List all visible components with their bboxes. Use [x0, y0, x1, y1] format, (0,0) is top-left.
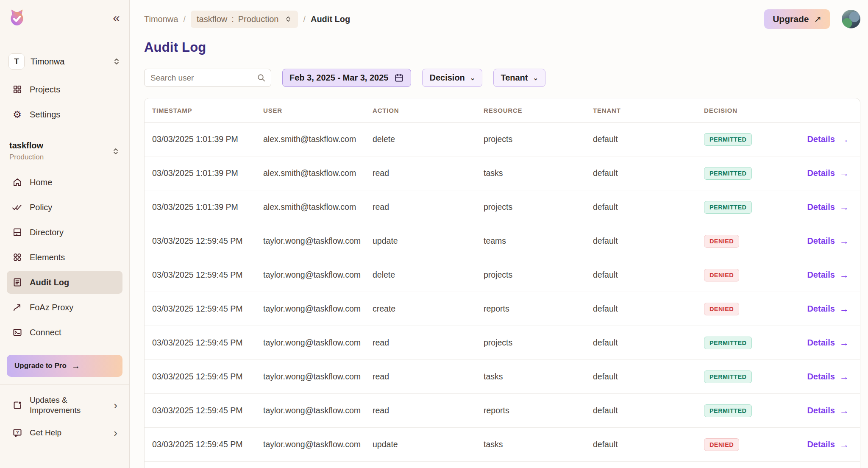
- audit-log-table: TIMESTAMP USER ACTION RESOURCE TENANT DE…: [144, 98, 860, 468]
- details-link[interactable]: Details→: [807, 236, 849, 247]
- sidebar-item-projects[interactable]: Projects: [7, 78, 122, 101]
- sidebar-divider: [0, 132, 129, 132]
- details-link[interactable]: Details→: [807, 134, 849, 145]
- details-link[interactable]: Details→: [807, 405, 849, 416]
- cell-resource: teams: [484, 236, 593, 246]
- cell-tenant: default: [593, 372, 704, 382]
- arrow-right-icon: →: [840, 134, 849, 145]
- breadcrumb-current: Audit Log: [311, 14, 350, 24]
- curved-arrow-icon: [12, 302, 22, 312]
- sidebar-item-connect[interactable]: Connect: [7, 321, 122, 344]
- decision-filter-button[interactable]: Decision ⌄: [422, 69, 482, 87]
- brand-row: «: [7, 6, 122, 30]
- cell-user: alex.smith@taskflow.com: [263, 134, 373, 144]
- sidebar-divider: [0, 384, 129, 385]
- decision-badge: PERMITTED: [704, 337, 752, 349]
- sidebar-item-directory[interactable]: Directory: [7, 221, 122, 244]
- sidebar-item-label: Home: [30, 178, 52, 187]
- breadcrumb-project-pill[interactable]: taskflow : Production: [191, 11, 298, 28]
- cell-resource: tasks: [484, 440, 593, 449]
- chevron-down-icon: ⌄: [470, 74, 476, 82]
- project-name: taskflow: [9, 141, 44, 150]
- breadcrumb-separator: /: [183, 14, 186, 24]
- cell-timestamp: 03/03/2025 1:01:39 PM: [152, 134, 263, 144]
- search-input[interactable]: [144, 69, 271, 87]
- cell-resource: projects: [484, 270, 593, 280]
- cell-user: taylor.wong@taskflow.com: [263, 372, 373, 382]
- cell-user: taylor.wong@taskflow.com: [263, 440, 373, 449]
- svg-text:?: ?: [16, 429, 19, 435]
- details-link[interactable]: Details→: [807, 337, 849, 348]
- sidebar-item-home[interactable]: Home: [7, 171, 122, 194]
- details-link[interactable]: Details→: [807, 202, 849, 213]
- decision-badge: PERMITTED: [704, 370, 752, 383]
- table-row-partial: [145, 462, 860, 468]
- sidebar-item-policy[interactable]: Policy: [7, 196, 122, 219]
- cell-user: taylor.wong@taskflow.com: [263, 338, 373, 348]
- sidebar-item-foaz-proxy[interactable]: FoAz Proxy: [7, 296, 122, 319]
- sidebar-item-settings[interactable]: ⚙ Settings: [7, 103, 122, 126]
- upgrade-button[interactable]: Upgrade ↗: [764, 9, 830, 29]
- cell-action: read: [373, 338, 484, 348]
- collapse-sidebar-icon[interactable]: «: [109, 10, 122, 26]
- filters-bar: Feb 3, 2025 - Mar 3, 2025 Decision ⌄ Ten…: [144, 69, 860, 87]
- calendar-icon: [394, 73, 404, 83]
- breadcrumb: Timonwa / taskflow : Production / Audit …: [144, 11, 350, 28]
- arrow-right-icon: →: [840, 304, 849, 315]
- cell-timestamp: 03/03/2025 12:59:45 PM: [152, 338, 263, 348]
- breadcrumb-workspace[interactable]: Timonwa: [144, 14, 178, 24]
- sidebar: « T Timonwa Projects ⚙ Settings taskflow…: [0, 0, 130, 468]
- upgrade-to-pro-label: Upgrade to Pro: [14, 362, 67, 370]
- decision-badge: PERMITTED: [704, 133, 752, 146]
- column-header-user: USER: [263, 107, 373, 114]
- cell-timestamp: 03/03/2025 12:59:45 PM: [152, 270, 263, 280]
- sidebar-nav-top: Projects ⚙ Settings: [7, 78, 122, 126]
- upgrade-to-pro-button[interactable]: Upgrade to Pro →: [7, 355, 122, 377]
- cell-user: alex.smith@taskflow.com: [263, 168, 373, 178]
- table-row: 03/03/2025 12:59:45 PM taylor.wong@taskf…: [145, 394, 860, 428]
- cell-resource: tasks: [484, 168, 593, 178]
- chevron-up-down-icon[interactable]: [111, 146, 120, 156]
- table-row: 03/03/2025 1:01:39 PM alex.smith@taskflo…: [145, 123, 860, 156]
- arrow-up-right-icon: ↗: [814, 14, 821, 24]
- tenant-filter-button[interactable]: Tenant ⌄: [493, 69, 545, 87]
- chevron-up-down-icon[interactable]: [112, 56, 121, 67]
- sidebar-item-elements[interactable]: Elements: [7, 246, 122, 269]
- sidebar-item-label: Directory: [30, 228, 64, 237]
- breadcrumb-environment: Production: [238, 14, 279, 24]
- cell-resource: projects: [484, 338, 593, 348]
- search-wrap: [144, 69, 271, 87]
- release-note-icon: [12, 400, 22, 410]
- column-header-decision: DECISION: [704, 107, 849, 114]
- details-link[interactable]: Details→: [807, 304, 849, 315]
- chevron-up-down-icon: [284, 14, 292, 24]
- details-link[interactable]: Details→: [807, 371, 849, 382]
- user-avatar[interactable]: [842, 10, 860, 28]
- arrow-right-icon: →: [72, 361, 80, 371]
- arrow-right-icon: →: [840, 236, 849, 247]
- topbar-right: Upgrade ↗: [764, 9, 860, 29]
- sidebar-item-audit-log[interactable]: Audit Log: [7, 271, 122, 294]
- cell-action: delete: [373, 270, 484, 280]
- date-range-button[interactable]: Feb 3, 2025 - Mar 3, 2025: [282, 69, 411, 87]
- date-range-label: Feb 3, 2025 - Mar 3, 2025: [289, 73, 388, 83]
- details-link[interactable]: Details→: [807, 270, 849, 281]
- project-selector[interactable]: taskflow Production: [7, 141, 122, 162]
- sidebar-item-updates[interactable]: Updates & Improvements ›: [7, 391, 122, 420]
- cell-action: read: [373, 372, 484, 382]
- details-link[interactable]: Details→: [807, 168, 849, 179]
- cell-resource: projects: [484, 202, 593, 212]
- decision-badge: DENIED: [704, 438, 739, 451]
- sidebar-nav-main: Home Policy Directory Elements Audit Log: [7, 171, 122, 344]
- sidebar-item-get-help[interactable]: ? Get Help ›: [7, 423, 122, 443]
- details-link[interactable]: Details→: [807, 439, 849, 450]
- decision-badge: DENIED: [704, 303, 739, 315]
- cell-tenant: default: [593, 406, 704, 415]
- sidebar-item-label: FoAz Proxy: [30, 303, 73, 312]
- cell-timestamp: 03/03/2025 12:59:45 PM: [152, 304, 263, 314]
- cell-user: taylor.wong@taskflow.com: [263, 270, 373, 280]
- cell-resource: tasks: [484, 372, 593, 382]
- workspace-selector[interactable]: T Timonwa: [7, 52, 122, 71]
- cell-tenant: default: [593, 168, 704, 178]
- terminal-icon: [12, 327, 22, 337]
